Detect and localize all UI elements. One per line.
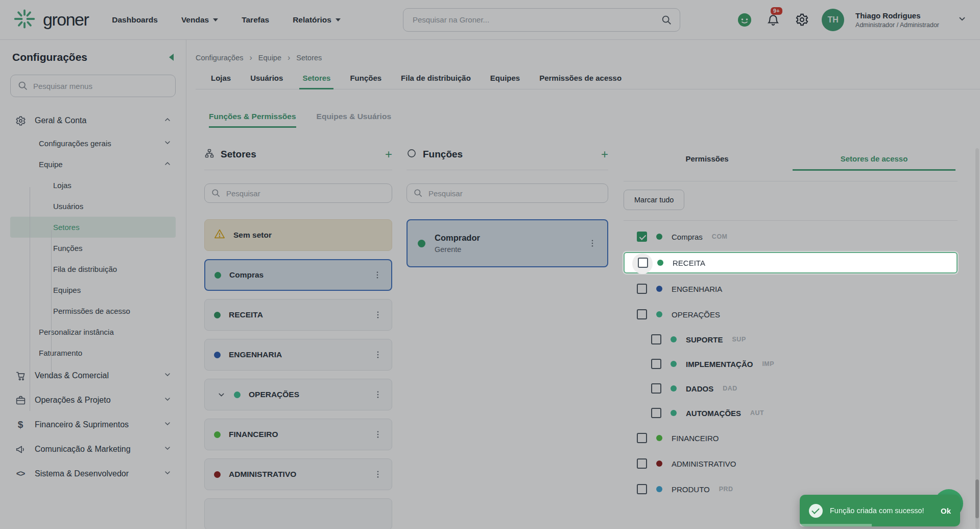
sidebar-item-personalizar-instancia[interactable]: Personalizar instância: [10, 321, 176, 342]
vertical-scrollbar[interactable]: [975, 148, 979, 529]
tab-equipes[interactable]: Equipes: [490, 74, 520, 89]
sidebar-item-fila-distribuicao[interactable]: Fila de distribuição: [10, 259, 176, 280]
sector-color-dot: [234, 392, 241, 398]
checkbox-unchecked[interactable]: [651, 334, 661, 344]
sector-color-dot: [214, 352, 221, 358]
access-row-dados[interactable]: DADOS DAD: [638, 376, 958, 401]
breadcrumb-setores[interactable]: Setores: [296, 54, 322, 62]
megaphone-icon: [14, 444, 27, 455]
sidebar-item-permissoes-acesso[interactable]: Permissões de acesso: [10, 301, 176, 321]
tab-funcoes[interactable]: Funções: [350, 74, 381, 89]
sidebar-item-equipe[interactable]: Equipe: [10, 154, 176, 175]
chevron-down-icon[interactable]: [958, 14, 967, 26]
setor-card-operacoes[interactable]: OPERAÇÕES: [204, 379, 392, 410]
kebab-menu-icon[interactable]: [373, 470, 383, 479]
nav-tarefas[interactable]: Tarefas: [242, 15, 269, 25]
tab-setores[interactable]: Setores: [302, 74, 330, 89]
search-icon[interactable]: [661, 14, 672, 28]
sidebar-item-faturamento[interactable]: Faturamento: [10, 342, 176, 363]
checkbox-unchecked[interactable]: [637, 458, 647, 469]
tab-usuarios[interactable]: Usuários: [250, 74, 283, 89]
kebab-menu-icon[interactable]: [373, 310, 383, 319]
funcoes-search: [407, 183, 608, 203]
subtab-funcoes-permissoes[interactable]: Funções & Permissões: [209, 112, 296, 128]
setor-card-compras[interactable]: Compras: [204, 259, 392, 291]
toast-ok-button[interactable]: Ok: [941, 507, 951, 515]
sidebar-item-geral-conta[interactable]: Geral & Conta: [10, 108, 176, 133]
nav-relatorios[interactable]: Relatórios: [293, 15, 341, 25]
sidebar-item-financeiro-suprimentos[interactable]: $ Financeiro & Suprimentos: [10, 412, 176, 437]
access-row-financeiro[interactable]: FINANCEIRO: [624, 425, 958, 451]
access-row-receita-highlighted[interactable]: RECEITA: [624, 252, 958, 273]
main-content: Configurações › Equipe › Setores Lojas U…: [186, 40, 980, 529]
setor-card-partial[interactable]: [204, 498, 392, 529]
groner-logo[interactable]: groner: [13, 8, 88, 32]
chevron-down-icon[interactable]: [217, 390, 226, 399]
checkbox-unchecked[interactable]: [638, 258, 648, 268]
kebab-menu-icon[interactable]: [373, 270, 382, 280]
setor-card-engenharia[interactable]: ENGENHARIA: [204, 339, 392, 371]
access-row-implementacao[interactable]: IMPLEMENTAÇÃO IMP: [638, 352, 958, 376]
sidebar-item-usuarios[interactable]: Usuários: [10, 196, 176, 217]
checkbox-unchecked[interactable]: [651, 383, 661, 394]
checkbox-checked[interactable]: [637, 232, 647, 242]
setor-card-sem-setor[interactable]: Sem setor: [204, 219, 392, 251]
access-row-operacoes[interactable]: OPERAÇÕES: [624, 302, 958, 327]
toast-progress-bar: [800, 524, 872, 526]
tab-lojas[interactable]: Lojas: [211, 74, 231, 89]
sidebar-item-operacoes-projeto[interactable]: Operações & Projeto: [10, 388, 176, 412]
sidebar-collapse-icon[interactable]: [169, 54, 174, 61]
sidebar-item-vendas-comercial[interactable]: Vendas & Comercial: [10, 363, 176, 388]
add-funcao-button[interactable]: +: [601, 148, 608, 160]
support-icon[interactable]: [736, 11, 753, 29]
funcoes-search-input[interactable]: [407, 183, 608, 203]
sidebar-item-lojas[interactable]: Lojas: [10, 175, 176, 196]
tab-fila-distribuicao[interactable]: Fila de distribuição: [401, 74, 471, 89]
nav-vendas[interactable]: Vendas: [181, 15, 218, 25]
kebab-menu-icon[interactable]: [373, 350, 383, 359]
sidebar-item-funcoes[interactable]: Funções: [10, 238, 176, 259]
settings-gear-icon[interactable]: [793, 11, 810, 29]
nav-dashboards[interactable]: Dashboards: [112, 15, 158, 25]
sidebar-item-sistema-desenvolvedor[interactable]: <> Sistema & Desenvolvedor: [10, 462, 176, 486]
notifications-bell-icon[interactable]: 9+: [764, 11, 782, 29]
global-search-input[interactable]: [403, 8, 680, 32]
checkbox-unchecked[interactable]: [637, 433, 647, 443]
kebab-menu-icon[interactable]: [373, 430, 383, 439]
checkbox-unchecked[interactable]: [651, 359, 661, 369]
checkbox-unchecked[interactable]: [651, 408, 661, 418]
add-setor-button[interactable]: +: [385, 148, 392, 160]
chevron-down-icon: [163, 420, 172, 430]
kebab-menu-icon[interactable]: [588, 239, 597, 248]
setor-card-administrativo[interactable]: ADMINISTRATIVO: [204, 458, 392, 490]
breadcrumb-configuracoes[interactable]: Configurações: [196, 54, 244, 62]
user-avatar[interactable]: TH: [822, 9, 844, 31]
tab-permissoes[interactable]: Permissões: [624, 148, 791, 171]
setor-card-financeiro[interactable]: FINANCEIRO: [204, 419, 392, 450]
tab-setores-de-acesso[interactable]: Setores de acesso: [791, 148, 958, 171]
checkbox-unchecked[interactable]: [637, 309, 647, 319]
access-row-suporte[interactable]: SUPORTE SUP: [638, 327, 958, 352]
setores-search-input[interactable]: [204, 183, 392, 203]
scrollbar-thumb[interactable]: [975, 479, 979, 518]
access-row-automacoes[interactable]: AUTOMAÇÕES AUT: [638, 401, 958, 425]
user-info[interactable]: Thiago Rodrigues Administrador / Adminis…: [855, 11, 939, 29]
access-row-compras[interactable]: Compras COM: [624, 224, 958, 249]
sidebar-item-configuracoes-gerais[interactable]: Configurações gerais: [10, 133, 176, 154]
sidebar-item-comunicacao-marketing[interactable]: Comunicação & Marketing: [10, 437, 176, 462]
sidebar-item-setores[interactable]: Setores: [10, 217, 176, 238]
tab-permissoes-acesso[interactable]: Permissões de acesso: [539, 74, 622, 89]
setor-card-receita[interactable]: RECEITA: [204, 299, 392, 331]
subtab-equipes-usuarios[interactable]: Equipes & Usuários: [317, 112, 391, 128]
checkbox-unchecked[interactable]: [637, 284, 647, 294]
checkbox-unchecked[interactable]: [637, 484, 647, 494]
access-row-engenharia[interactable]: ENGENHARIA: [624, 276, 958, 302]
caret-down-icon: [336, 18, 341, 21]
mark-all-button[interactable]: Marcar tudo: [624, 190, 684, 210]
sidebar-search-input[interactable]: [10, 75, 176, 97]
funcao-card-comprador[interactable]: Comprador Gerente: [407, 219, 608, 267]
kebab-menu-icon[interactable]: [373, 390, 383, 399]
access-row-administrativo[interactable]: ADMINISTRATIVO: [624, 451, 958, 476]
sidebar-item-equipes[interactable]: Equipes: [10, 280, 176, 301]
breadcrumb-equipe[interactable]: Equipe: [258, 54, 281, 62]
